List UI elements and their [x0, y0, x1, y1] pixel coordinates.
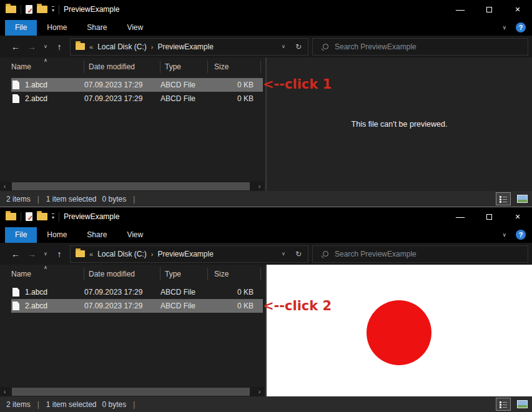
- file-size: 0 KB: [208, 94, 262, 103]
- search-icon: [323, 251, 328, 257]
- file-list-pane: Name Date modified Type Size ∧ 1.abcd 07…: [0, 57, 265, 191]
- tab-file[interactable]: File: [5, 20, 37, 36]
- address-bar[interactable]: « Local Disk (C:) › PreviewExample ∨ ↻: [70, 38, 308, 56]
- scroll-left-icon[interactable]: ‹: [0, 182, 9, 191]
- address-dropdown-icon[interactable]: ∨: [282, 251, 285, 257]
- horizontal-scrollbar[interactable]: ‹ ›: [0, 182, 264, 191]
- column-header-type[interactable]: Type: [160, 61, 208, 73]
- column-header-name[interactable]: Name: [0, 268, 84, 280]
- breadcrumb-separator-icon: ›: [151, 250, 154, 258]
- details-view-icon: [499, 195, 508, 203]
- tab-home[interactable]: Home: [37, 20, 77, 36]
- thumbnails-view-button[interactable]: [515, 192, 530, 205]
- maximize-button[interactable]: [475, 207, 503, 226]
- address-bar[interactable]: « Local Disk (C:) › PreviewExample ∨ ↻: [70, 245, 308, 263]
- search-box[interactable]: Search PreviewExample: [312, 38, 528, 56]
- breadcrumb-overflow-icon[interactable]: «: [89, 250, 93, 258]
- address-dropdown-icon[interactable]: ∨: [282, 44, 285, 49]
- file-type: ABCD File: [160, 94, 208, 103]
- sort-ascending-icon: ∧: [44, 265, 47, 270]
- tab-view[interactable]: View: [117, 227, 153, 243]
- details-view-button[interactable]: [496, 398, 511, 411]
- tab-view[interactable]: View: [117, 20, 153, 36]
- new-folder-icon[interactable]: [37, 6, 47, 13]
- horizontal-scrollbar[interactable]: ‹ ›: [0, 387, 264, 396]
- expand-ribbon-icon[interactable]: ∨: [502, 24, 506, 31]
- column-header-date[interactable]: Date modified: [84, 61, 160, 73]
- close-button[interactable]: ×: [503, 0, 532, 19]
- new-folder-icon[interactable]: [37, 213, 47, 220]
- minimize-button[interactable]: —: [446, 0, 475, 19]
- breadcrumb-folder[interactable]: PreviewExample: [157, 250, 213, 258]
- tab-share[interactable]: Share: [77, 227, 117, 243]
- column-header-date[interactable]: Date modified: [84, 268, 160, 280]
- breadcrumb-overflow-icon[interactable]: «: [89, 43, 93, 51]
- up-button[interactable]: ↑: [51, 42, 67, 52]
- breadcrumb-drive[interactable]: Local Disk (C:): [97, 250, 147, 258]
- breadcrumb-separator-icon: ›: [151, 43, 154, 51]
- file-type: ABCD File: [160, 302, 208, 310]
- forward-button[interactable]: →: [24, 249, 40, 259]
- explorer-window-1: ▾ PreviewExample — × File Home Share Vie…: [0, 0, 532, 207]
- properties-icon[interactable]: [26, 5, 32, 14]
- tab-file[interactable]: File: [5, 227, 37, 243]
- refresh-icon[interactable]: ↻: [295, 250, 302, 258]
- view-switcher: [496, 398, 530, 411]
- file-name: 2.abcd: [25, 94, 84, 103]
- scroll-right-icon[interactable]: ›: [255, 182, 264, 191]
- search-box[interactable]: Search PreviewExample: [312, 245, 528, 263]
- recent-locations-icon[interactable]: ∨: [40, 251, 51, 257]
- close-button[interactable]: ×: [503, 207, 532, 226]
- file-date: 07.09.2023 17:29: [84, 81, 160, 89]
- file-row-1abcd[interactable]: 1.abcd 07.09.2023 17:29 ABCD File 0 KB: [11, 78, 263, 92]
- help-icon[interactable]: ?: [516, 230, 526, 240]
- scrollbar-track[interactable]: [9, 387, 255, 396]
- annotation-click-2: <--click 2: [263, 298, 332, 313]
- up-button[interactable]: ↑: [51, 249, 67, 259]
- file-row-2abcd[interactable]: 2.abcd 07.09.2023 17:29 ABCD File 0 KB: [11, 92, 263, 105]
- preview-pane: [267, 265, 532, 396]
- scroll-right-icon[interactable]: ›: [255, 387, 264, 396]
- thumbnails-view-icon: [517, 195, 528, 203]
- column-header-size[interactable]: Size: [208, 61, 261, 73]
- minimize-button[interactable]: —: [446, 207, 475, 226]
- column-header-name[interactable]: Name: [0, 61, 84, 73]
- location-folder-icon: [76, 43, 85, 50]
- expand-ribbon-icon[interactable]: ∨: [502, 232, 506, 238]
- preview-red-circle: [367, 300, 431, 365]
- help-icon[interactable]: ?: [516, 22, 526, 32]
- file-row-2abcd[interactable]: 2.abcd 07.09.2023 17:29 ABCD File 0 KB: [11, 299, 263, 313]
- status-separator: |: [37, 195, 39, 204]
- recent-locations-icon[interactable]: ∨: [40, 44, 51, 49]
- column-header-size[interactable]: Size: [208, 268, 261, 280]
- scrollbar-thumb[interactable]: [12, 388, 250, 396]
- properties-icon[interactable]: [26, 212, 32, 221]
- breadcrumb-folder[interactable]: PreviewExample: [157, 42, 213, 51]
- breadcrumb-drive[interactable]: Local Disk (C:): [97, 42, 147, 51]
- customize-toolbar-icon[interactable]: ▾: [52, 6, 54, 13]
- window-title: PreviewExample: [64, 212, 119, 221]
- back-button[interactable]: ←: [7, 249, 24, 259]
- forward-button[interactable]: →: [24, 42, 40, 52]
- maximize-icon: [486, 214, 492, 220]
- file-name: 1.abcd: [25, 81, 84, 89]
- maximize-button[interactable]: [475, 0, 503, 19]
- tab-share[interactable]: Share: [77, 20, 117, 36]
- scrollbar-track[interactable]: [9, 182, 255, 191]
- details-view-button[interactable]: [496, 192, 511, 205]
- column-header-type[interactable]: Type: [160, 268, 208, 280]
- toolbar-separator: [59, 212, 59, 222]
- tab-home[interactable]: Home: [37, 227, 77, 243]
- file-row-1abcd[interactable]: 1.abcd 07.09.2023 17:29 ABCD File 0 KB: [11, 285, 263, 299]
- window-title: PreviewExample: [64, 5, 119, 14]
- scroll-left-icon[interactable]: ‹: [0, 387, 9, 396]
- maximize-icon: [486, 7, 492, 12]
- thumbnails-view-button[interactable]: [515, 398, 530, 411]
- scrollbar-thumb[interactable]: [12, 182, 250, 190]
- refresh-icon[interactable]: ↻: [295, 42, 302, 51]
- explorer-app-icon: [6, 6, 16, 13]
- address-toolbar: ← → ∨ ↑ « Local Disk (C:) › PreviewExamp…: [0, 243, 532, 265]
- content-area: Name Date modified Type Size ∧ 1.abcd 07…: [0, 265, 532, 396]
- customize-toolbar-icon[interactable]: ▾: [52, 213, 54, 220]
- back-button[interactable]: ←: [7, 42, 24, 52]
